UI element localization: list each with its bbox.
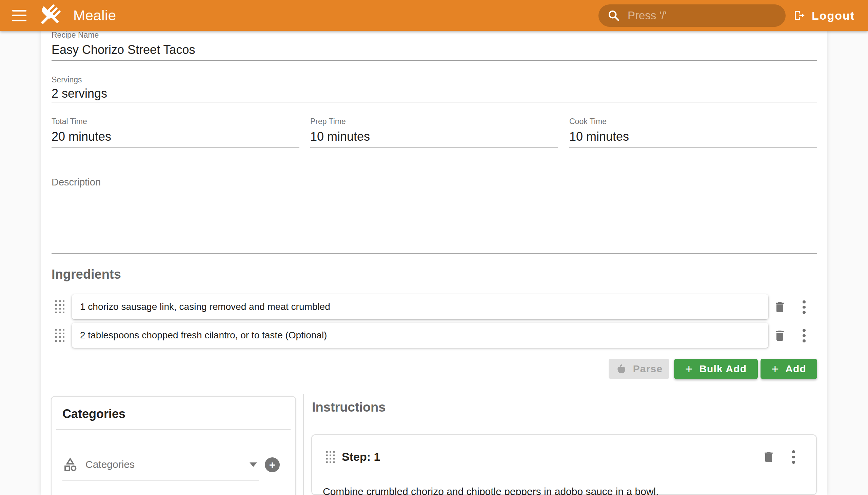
kebab-menu-icon[interactable] xyxy=(791,450,796,464)
app-header: Mealie Logout xyxy=(0,0,868,31)
app-title: Mealie xyxy=(73,7,116,24)
prep-time-input[interactable] xyxy=(310,128,558,145)
categories-card-title: Categories xyxy=(62,407,125,421)
search-box[interactable] xyxy=(598,4,786,27)
categories-select-underline xyxy=(62,480,259,480)
menu-bar xyxy=(12,20,27,21)
cook-time-label: Cook Time xyxy=(569,117,607,126)
bulk-add-label: Bulk Add xyxy=(699,363,747,375)
plus-icon: + xyxy=(771,362,779,375)
menu-bar xyxy=(12,15,27,16)
parse-label: Parse xyxy=(633,363,663,375)
dot xyxy=(803,301,806,304)
ingredient-drag-handle[interactable] xyxy=(55,329,64,343)
menu-bar xyxy=(12,10,27,12)
add-label: Add xyxy=(785,363,806,375)
bulk-add-button[interactable]: + Bulk Add xyxy=(674,359,758,379)
apple-icon xyxy=(615,363,627,375)
add-button[interactable]: + Add xyxy=(761,359,817,379)
dot xyxy=(792,456,795,459)
ingredient-text: 1 chorizo sausage link, casing removed a… xyxy=(80,302,330,312)
recipe-name-input[interactable] xyxy=(52,41,817,59)
menu-button[interactable] xyxy=(12,10,27,21)
total-time-input[interactable] xyxy=(52,128,300,145)
servings-label: Servings xyxy=(52,75,82,84)
total-time-underline xyxy=(52,148,300,148)
dot xyxy=(803,329,806,332)
column-divider xyxy=(303,394,304,495)
trash-icon[interactable] xyxy=(773,328,787,343)
add-category-button[interactable]: + xyxy=(265,457,280,472)
plus-icon: + xyxy=(269,459,276,470)
categories-divider xyxy=(56,429,291,430)
instructions-heading: Instructions xyxy=(312,400,386,415)
description-label: Description xyxy=(52,171,817,188)
ingredient-drag-handle[interactable] xyxy=(55,301,64,314)
dot xyxy=(803,339,806,342)
logout-label: Logout xyxy=(812,9,855,22)
description-field[interactable]: Description xyxy=(52,171,817,253)
dot xyxy=(803,311,806,314)
mealie-recipe-edit-screen: Mealie Logout Recipe Name Ser xyxy=(0,0,868,495)
ingredient-text: 2 tablespoons chopped fresh cilantro, or… xyxy=(80,330,327,341)
categories-select-label: Categories xyxy=(85,459,135,470)
dot xyxy=(803,306,806,309)
ingredient-row[interactable]: 2 tablespoons chopped fresh cilantro, or… xyxy=(72,323,768,348)
trash-icon[interactable] xyxy=(773,300,787,314)
dot xyxy=(792,450,795,453)
description-underline xyxy=(52,253,817,254)
kebab-menu-icon[interactable] xyxy=(802,301,806,314)
categories-select[interactable]: Categories xyxy=(62,455,245,474)
logout-button[interactable]: Logout xyxy=(791,8,857,22)
servings-input[interactable] xyxy=(52,85,817,102)
cook-time-input[interactable] xyxy=(569,128,817,145)
logout-icon xyxy=(793,10,805,22)
plus-icon: + xyxy=(685,362,693,375)
mealie-logo-icon xyxy=(37,3,62,29)
prep-time-underline xyxy=(310,148,558,148)
search-icon xyxy=(607,9,620,22)
step-text[interactable]: Combine crumbled chorizo and chipotle pe… xyxy=(323,485,804,495)
kebab-menu-icon[interactable] xyxy=(802,329,806,342)
servings-underline xyxy=(52,102,817,102)
recipe-name-underline xyxy=(52,60,817,61)
chevron-down-icon[interactable] xyxy=(250,462,257,467)
dot xyxy=(803,334,806,337)
category-shapes-icon xyxy=(62,457,78,472)
step-drag-handle[interactable] xyxy=(326,451,335,464)
dot xyxy=(792,461,795,464)
parse-button[interactable]: Parse xyxy=(609,359,669,379)
ingredients-heading: Ingredients xyxy=(52,267,121,282)
prep-time-label: Prep Time xyxy=(310,117,346,126)
cook-time-underline xyxy=(569,148,817,148)
step-title: Step: 1 xyxy=(342,450,380,463)
search-input[interactable] xyxy=(627,9,777,22)
trash-icon[interactable] xyxy=(762,449,776,464)
recipe-name-label: Recipe Name xyxy=(52,31,99,40)
total-time-label: Total Time xyxy=(52,117,87,126)
ingredient-row[interactable]: 1 chorizo sausage link, casing removed a… xyxy=(72,294,768,319)
